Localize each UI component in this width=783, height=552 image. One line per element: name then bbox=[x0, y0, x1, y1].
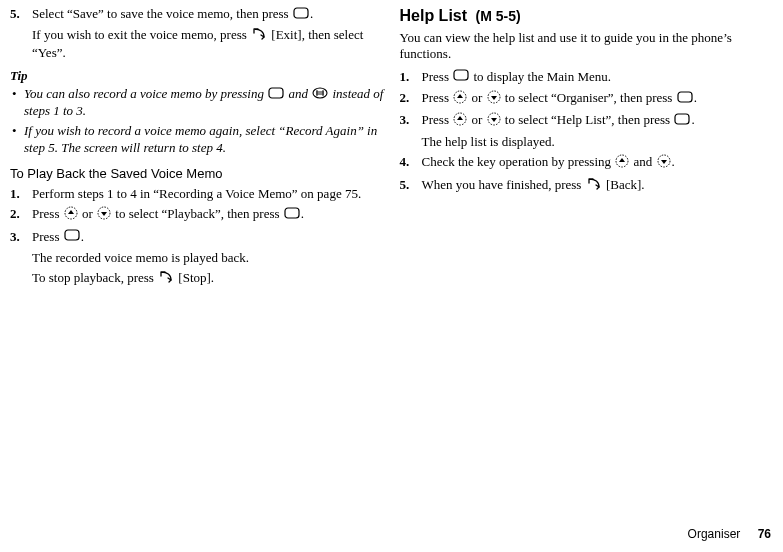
center-key-icon bbox=[674, 113, 690, 129]
text: If you wish to exit the voice memo, pres… bbox=[32, 27, 250, 42]
footer-section: Organiser bbox=[688, 527, 741, 541]
text: Press bbox=[32, 229, 63, 244]
up-key-icon bbox=[615, 154, 629, 172]
center-key-icon bbox=[64, 229, 80, 245]
step-number: 3. bbox=[10, 229, 20, 245]
left-column: 5. Select “Save” to save the voice memo,… bbox=[10, 6, 384, 292]
text: Press bbox=[422, 112, 453, 127]
text: To stop playback, press bbox=[32, 270, 157, 285]
center-key-icon bbox=[293, 7, 309, 23]
text: Select “Save” to save the voice memo, th… bbox=[32, 6, 292, 21]
text: When you have finished, press bbox=[422, 177, 585, 192]
text: Press bbox=[32, 206, 63, 221]
help-list-heading: Help List (M 5-5) bbox=[400, 6, 774, 26]
tip-item-1: You can also record a voice memo by pres… bbox=[24, 86, 384, 119]
text: You can also record a voice memo by pres… bbox=[24, 86, 267, 101]
page: 5. Select “Save” to save the voice memo,… bbox=[0, 0, 783, 552]
page-footer: Organiser 76 bbox=[688, 527, 771, 542]
step-number: 5. bbox=[10, 6, 20, 22]
right-column: Help List (M 5-5) You can view the help … bbox=[400, 6, 774, 292]
step-number: 1. bbox=[400, 69, 410, 85]
step-number: 4. bbox=[400, 154, 410, 170]
text: . bbox=[694, 90, 697, 105]
soft-right-key-icon bbox=[251, 27, 267, 45]
center-key-icon bbox=[268, 87, 284, 103]
step-number: 1. bbox=[10, 186, 20, 202]
center-key-icon bbox=[453, 69, 469, 85]
text: Press bbox=[422, 90, 453, 105]
text: or bbox=[471, 90, 485, 105]
help-step-5: 5. When you have finished, press [Back]. bbox=[422, 177, 774, 195]
text: and bbox=[289, 86, 312, 101]
playback-step-3: 3. Press . The recorded voice memo is pl… bbox=[32, 229, 384, 289]
text: . bbox=[301, 206, 304, 221]
text: . bbox=[310, 6, 313, 21]
soft-right-key-icon bbox=[586, 177, 602, 195]
text: [Back]. bbox=[606, 177, 645, 192]
down-key-icon bbox=[487, 90, 501, 108]
up-key-icon bbox=[453, 112, 467, 130]
text: Perform steps 1 to 4 in “Recording a Voi… bbox=[32, 186, 361, 201]
text: The recorded voice memo is played back. bbox=[32, 250, 249, 265]
text: Check the key operation by pressing bbox=[422, 155, 615, 170]
heading-text: Help List bbox=[400, 7, 468, 24]
up-key-icon bbox=[453, 90, 467, 108]
step-number: 5. bbox=[400, 177, 410, 193]
tip-heading: Tip bbox=[10, 68, 384, 84]
help-step-1: 1. Press to display the Main Menu. bbox=[422, 69, 774, 86]
text: . bbox=[691, 112, 694, 127]
center-key-icon bbox=[677, 91, 693, 107]
text: to display the Main Menu. bbox=[473, 69, 611, 84]
help-step-3: 3. Press or to select “Help List”, then … bbox=[422, 112, 774, 151]
up-key-icon bbox=[64, 206, 78, 224]
down-key-icon bbox=[657, 154, 671, 172]
step-number: 3. bbox=[400, 112, 410, 128]
help-step-2: 2. Press or to select “Organiser”, then … bbox=[422, 90, 774, 108]
tip-list: You can also record a voice memo by pres… bbox=[10, 86, 384, 156]
center-key-icon bbox=[284, 207, 300, 223]
hash-key-icon bbox=[312, 87, 328, 103]
text: to select “Help List”, then press bbox=[505, 112, 674, 127]
subheading-playback: To Play Back the Saved Voice Memo bbox=[10, 166, 384, 182]
text: or bbox=[471, 112, 485, 127]
text: and bbox=[634, 155, 656, 170]
down-key-icon bbox=[487, 112, 501, 130]
left-step-5: 5. Select “Save” to save the voice memo,… bbox=[32, 6, 384, 62]
down-key-icon bbox=[97, 206, 111, 224]
playback-step-2: 2. Press or to select “Playback”, then p… bbox=[32, 206, 384, 224]
text: to select “Organiser”, then press bbox=[505, 90, 676, 105]
intro-text: You can view the help list and use it to… bbox=[400, 30, 774, 63]
text: . bbox=[81, 229, 84, 244]
text: to select “Playback”, then press bbox=[115, 206, 283, 221]
menu-path: (M 5-5) bbox=[476, 8, 521, 24]
help-step-4: 4. Check the key operation by pressing a… bbox=[422, 154, 774, 172]
playback-step-1: 1. Perform steps 1 to 4 in “Recording a … bbox=[32, 186, 384, 202]
text: . bbox=[672, 155, 675, 170]
tip-item-2: If you wish to record a voice memo again… bbox=[24, 123, 384, 156]
text: The help list is displayed. bbox=[422, 134, 555, 149]
text: If you wish to record a voice memo again… bbox=[24, 123, 377, 154]
step-number: 2. bbox=[400, 90, 410, 106]
text: Press bbox=[422, 69, 453, 84]
step-number: 2. bbox=[10, 206, 20, 222]
footer-page-number: 76 bbox=[758, 527, 771, 541]
text: [Stop]. bbox=[178, 270, 214, 285]
soft-right-key-icon bbox=[158, 270, 174, 288]
text: or bbox=[82, 206, 96, 221]
